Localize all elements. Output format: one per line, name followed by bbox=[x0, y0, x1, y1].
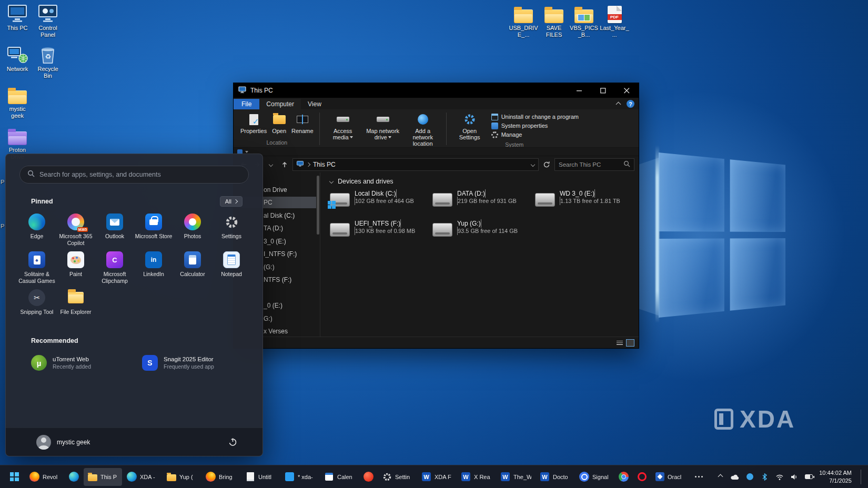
tray-app-icon[interactable] bbox=[745, 472, 754, 481]
pinned-app-paint[interactable]: Paint bbox=[56, 249, 95, 287]
section-header-devices-and-drives[interactable]: Devices and drives bbox=[330, 178, 639, 185]
taskbar-item-virtualbox[interactable]: Oracl bbox=[652, 468, 689, 486]
access-media-button[interactable]: Access media bbox=[324, 111, 362, 147]
taskbar-item-settings[interactable]: Settin bbox=[378, 468, 417, 486]
pinned-app-microsoft-365-copilot[interactable]: M365 Microsoft 365 Copilot bbox=[56, 211, 95, 249]
drive-data-d[interactable]: DATA (D:) 219 GB free of 931 GB bbox=[432, 190, 535, 215]
pinned-app-photos[interactable]: Photos bbox=[173, 211, 212, 249]
wifi-icon[interactable] bbox=[775, 472, 784, 481]
desktop-icon-vbs-pics-folder[interactable]: VBS_PICS_B... bbox=[569, 3, 599, 38]
manage-button[interactable]: Manage bbox=[491, 131, 579, 138]
pinned-app-notepad[interactable]: Notepad bbox=[212, 249, 251, 287]
battery-icon[interactable] bbox=[804, 472, 813, 481]
refresh-button[interactable] bbox=[541, 159, 552, 170]
minimize-button[interactable] bbox=[568, 83, 591, 98]
tab-computer[interactable]: Computer bbox=[259, 99, 301, 109]
pinned-app-outlook[interactable]: Outlook bbox=[95, 211, 134, 249]
uninstall-program-button[interactable]: Uninstall or change a program bbox=[491, 114, 579, 120]
tab-file[interactable]: File bbox=[234, 99, 259, 109]
start-search-input[interactable] bbox=[39, 171, 241, 178]
pinned-app-file-explorer[interactable]: File Explorer bbox=[56, 287, 95, 324]
close-button[interactable] bbox=[615, 83, 639, 98]
properties-button[interactable]: ✓ Properties bbox=[238, 111, 269, 138]
sidebar-scrollbar[interactable] bbox=[317, 176, 319, 235]
pinned-app-edge[interactable]: Edge bbox=[17, 211, 56, 249]
details-view-button[interactable] bbox=[616, 340, 623, 346]
drive-uefi-ntfs-f[interactable]: UEFI_NTFS (F:) 130 KB free of 0.98 MB bbox=[330, 220, 432, 245]
taskbar-item-opera[interactable] bbox=[633, 468, 651, 486]
all-apps-button[interactable]: All bbox=[220, 196, 243, 207]
taskbar-item-bring[interactable]: Bring bbox=[202, 468, 240, 486]
folder-pictures-icon bbox=[569, 3, 599, 23]
pinned-app-calculator[interactable]: Calculator bbox=[173, 249, 212, 287]
calendar-icon bbox=[324, 472, 334, 482]
taskbar-item-edge[interactable] bbox=[65, 468, 83, 486]
taskbar-item-chrome[interactable] bbox=[615, 468, 632, 486]
desktop-icon-recycle-bin[interactable]: ♻ Recycle Bin bbox=[33, 44, 63, 79]
recent-locations-button[interactable] bbox=[265, 159, 277, 170]
pinned-app-solitaire[interactable]: ♠ Solitaire & Casual Games bbox=[17, 249, 56, 287]
maximize-button[interactable] bbox=[591, 83, 615, 98]
taskbar-item-xda-browser[interactable]: XDA - bbox=[123, 468, 162, 486]
taskbar-item-overflow[interactable] bbox=[690, 468, 708, 486]
map-network-drive-button[interactable]: Map network drive bbox=[364, 111, 402, 147]
address-bar[interactable]: This PC bbox=[292, 158, 539, 171]
up-button[interactable] bbox=[279, 159, 290, 170]
user-profile-button[interactable]: mystic geek bbox=[36, 435, 90, 450]
drive-local-disk-c[interactable]: Local Disk (C:) 102 GB free of 464 GB bbox=[330, 190, 432, 215]
system-properties-button[interactable]: System properties bbox=[491, 123, 579, 129]
show-desktop-button[interactable] bbox=[861, 470, 863, 484]
taskbar-item-untitled[interactable]: Untitl bbox=[241, 468, 280, 486]
tab-view[interactable]: View bbox=[301, 99, 328, 109]
taskbar-item-word-docto[interactable]: W Docto bbox=[536, 468, 574, 486]
collapse-section-chevron-icon[interactable] bbox=[329, 179, 334, 184]
taskbar-item-red-app[interactable] bbox=[360, 468, 377, 486]
open-button[interactable]: Open bbox=[270, 111, 288, 138]
pinned-app-snipping-tool[interactable]: ✂ Snipping Tool bbox=[17, 287, 56, 324]
desktop-icon-this-pc[interactable]: This PC bbox=[2, 3, 33, 32]
drive-yup-g[interactable]: Yup (G:) 93.5 GB free of 114 GB bbox=[432, 220, 535, 245]
explorer-search-input[interactable] bbox=[559, 161, 621, 168]
title-bar[interactable]: This PC bbox=[234, 83, 639, 98]
taskbar-item-xda-editor[interactable]: * xda- bbox=[281, 468, 319, 486]
taskbar-item-revolt[interactable]: Revol bbox=[26, 468, 64, 486]
pinned-app-clipchamp[interactable]: C Microsoft Clipchamp bbox=[95, 249, 134, 287]
taskbar-item-word-the-w[interactable]: W The_W bbox=[497, 468, 535, 486]
open-settings-button[interactable]: Open Settings bbox=[450, 111, 489, 140]
tray-cloud-icon[interactable] bbox=[731, 472, 740, 481]
word-icon: W bbox=[540, 472, 550, 482]
taskbar-item-calendar[interactable]: Calen bbox=[320, 468, 359, 486]
taskbar-item-yup-folder[interactable]: Yup ( bbox=[163, 468, 201, 486]
taskbar-item-word-xda[interactable]: W XDA F bbox=[418, 468, 456, 486]
volume-icon[interactable] bbox=[790, 472, 799, 481]
desktop-icon-network[interactable]: Network bbox=[2, 44, 33, 73]
pinned-app-microsoft-store[interactable]: Microsoft Store bbox=[134, 211, 173, 249]
desktop-icon-control-panel[interactable]: Control Panel bbox=[33, 3, 63, 38]
start-button[interactable] bbox=[3, 467, 25, 486]
desktop-icon-pdf-file[interactable]: PDF Last_Year_... bbox=[599, 3, 630, 38]
recommended-utorrent-web[interactable]: µ uTorrent Web Recently added bbox=[31, 350, 138, 376]
rename-button[interactable]: Rename bbox=[289, 111, 316, 138]
help-button[interactable]: ? bbox=[627, 100, 634, 108]
power-button[interactable] bbox=[226, 435, 239, 449]
address-dropdown-icon[interactable] bbox=[531, 162, 535, 166]
add-network-location-button[interactable]: Add a network location bbox=[403, 111, 442, 147]
taskbar-item-this-pc[interactable]: This P bbox=[84, 468, 122, 486]
desktop-icon-usb-drive-folder[interactable]: USB_DRIVE_... bbox=[508, 3, 539, 38]
collapse-ribbon-button[interactable] bbox=[617, 100, 620, 108]
bluetooth-icon[interactable] bbox=[760, 472, 769, 481]
taskbar-item-word-x-rea[interactable]: W X Rea bbox=[457, 468, 496, 486]
large-icons-view-button[interactable] bbox=[627, 340, 634, 346]
breadcrumb-location[interactable]: This PC bbox=[313, 161, 336, 168]
explorer-search-box[interactable] bbox=[554, 158, 634, 171]
desktop-icon-save-files-folder[interactable]: SAVE FILES bbox=[539, 3, 569, 38]
pinned-app-linkedin[interactable]: in LinkedIn bbox=[134, 249, 173, 287]
taskbar-item-signal[interactable]: Signal bbox=[576, 468, 614, 486]
desktop-icon-mystic-geek-folder[interactable]: mystic geek bbox=[2, 84, 33, 119]
recommended-snagit-editor[interactable]: S Snagit 2025 Editor Frequently used app bbox=[142, 350, 249, 376]
hidden-icons-button[interactable] bbox=[716, 472, 725, 481]
drive-wd-e[interactable]: WD 3_0 (E:) 1.13 TB free of 1.81 TB bbox=[535, 190, 638, 215]
clock[interactable]: 10:44:02 AM 7/1/2025 bbox=[819, 469, 852, 485]
start-search-box[interactable] bbox=[19, 166, 249, 184]
pinned-app-settings[interactable]: Settings bbox=[212, 211, 251, 249]
